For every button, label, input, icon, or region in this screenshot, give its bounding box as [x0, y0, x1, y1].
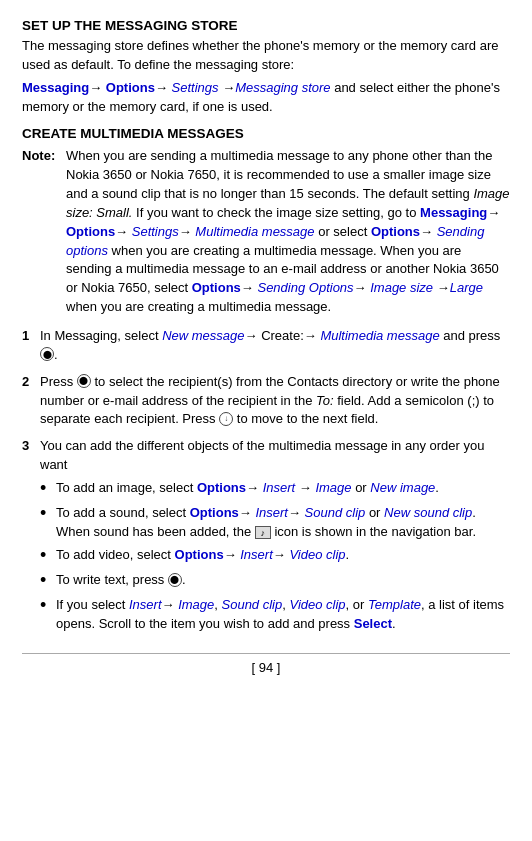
- nav-button-icon3: ↓: [219, 412, 233, 426]
- note-text: When you are sending a multimedia messag…: [66, 147, 510, 317]
- sound-clip-link2: Sound clip: [222, 597, 283, 612]
- options-link6: Options: [190, 505, 239, 520]
- options-link1: Options: [106, 80, 155, 95]
- nav-button-icon1: ⬤: [40, 347, 54, 361]
- image-size-link: Image size: [370, 280, 433, 295]
- step2-num: 2: [22, 373, 40, 430]
- step3-content: You can add the different objects of the…: [40, 437, 510, 638]
- new-message-link: New message: [162, 328, 244, 343]
- step1: 1 In Messaging, select New message→ Crea…: [22, 327, 510, 365]
- messaging-link2: Messaging: [420, 205, 487, 220]
- music-icon: ♪: [255, 526, 271, 539]
- bullet-content-4: To write text, press ⬤.: [56, 571, 510, 591]
- nav-button-icon4: ⬤: [168, 573, 182, 587]
- video-clip-link1: Video clip: [289, 547, 345, 562]
- bullet-item-select: • If you select Insert→ Image, Sound cli…: [40, 596, 510, 634]
- bullet-item-sound: • To add a sound, select Options→ Insert…: [40, 504, 510, 542]
- options-link3: Options: [371, 224, 420, 239]
- step3: 3 You can add the different objects of t…: [22, 437, 510, 638]
- section1-body: The messaging store defines whether the …: [22, 37, 510, 75]
- settings-link2: Settings: [132, 224, 179, 239]
- bullet-item-image: • To add an image, select Options→ Inser…: [40, 479, 510, 499]
- bullet-dot-3: •: [40, 546, 56, 566]
- insert-link4: Insert: [129, 597, 162, 612]
- options-link7: Options: [175, 547, 224, 562]
- bullet-item-video: • To add video, select Options→ Insert→ …: [40, 546, 510, 566]
- section2-title: CREATE MULTIMEDIA MESSAGES: [22, 126, 510, 141]
- create-arrow: Create:→: [261, 328, 317, 343]
- bullet-content-2: To add a sound, select Options→ Insert→ …: [56, 504, 510, 542]
- page-footer: [ 94 ]: [22, 653, 510, 675]
- section1-title: SET UP THE MESSAGING STORE: [22, 18, 510, 33]
- step2-content: Press ⬤ to select the recipient(s) from …: [40, 373, 510, 430]
- insert-link2: Insert: [252, 505, 288, 520]
- step1-num: 1: [22, 327, 40, 365]
- bullet-dot-2: •: [40, 504, 56, 542]
- note-block: Note: When you are sending a multimedia …: [22, 147, 510, 317]
- options-link2: Options: [66, 224, 115, 239]
- options-link5: Options: [197, 480, 246, 495]
- arrow1: →: [89, 80, 106, 95]
- new-sound-clip-link: New sound clip: [384, 505, 472, 520]
- step2: 2 Press ⬤ to select the recipient(s) fro…: [22, 373, 510, 430]
- image-link2: Image: [178, 597, 214, 612]
- insert-link1: Insert: [259, 480, 295, 495]
- nav-button-icon2: ⬤: [77, 374, 91, 388]
- multimedia-message-link2: Multimedia message: [320, 328, 439, 343]
- select-link: Select: [354, 616, 392, 631]
- to-field-label: To:: [316, 393, 334, 408]
- step1-content: In Messaging, select New message→ Create…: [40, 327, 510, 365]
- large-link: Large: [450, 280, 483, 295]
- image-link1: Image: [315, 480, 351, 495]
- bullet-list: • To add an image, select Options→ Inser…: [40, 479, 510, 634]
- options-link4: Options: [192, 280, 241, 295]
- sound-clip-link1: Sound clip: [305, 505, 366, 520]
- arrow2: →: [155, 80, 172, 95]
- page-number: [ 94 ]: [252, 660, 281, 675]
- arrow3: →: [219, 80, 236, 95]
- bullet-dot-4: •: [40, 571, 56, 591]
- bullet-content-3: To add video, select Options→ Insert→ Vi…: [56, 546, 510, 566]
- messaging-link1: Messaging: [22, 80, 89, 95]
- insert-link3: Insert: [237, 547, 273, 562]
- settings-link1: Settings: [172, 80, 219, 95]
- bullet-dot-5: •: [40, 596, 56, 634]
- multimedia-message-link: Multimedia message: [195, 224, 314, 239]
- bullet-content-5: If you select Insert→ Image, Sound clip,…: [56, 596, 510, 634]
- bullet-item-text: • To write text, press ⬤.: [40, 571, 510, 591]
- new-image-link: New image: [370, 480, 435, 495]
- template-link: Template: [368, 597, 421, 612]
- sending-options-link2: Sending Options: [257, 280, 353, 295]
- bullet-content-1: To add an image, select Options→ Insert …: [56, 479, 510, 499]
- note-label: Note:: [22, 147, 66, 317]
- section1-nav: Messaging→ Options→ Settings →Messaging …: [22, 79, 510, 117]
- step3-num: 3: [22, 437, 40, 638]
- bullet-dot-1: •: [40, 479, 56, 499]
- video-clip-link2: Video clip: [289, 597, 345, 612]
- messaging-store-link: Messaging store: [235, 80, 330, 95]
